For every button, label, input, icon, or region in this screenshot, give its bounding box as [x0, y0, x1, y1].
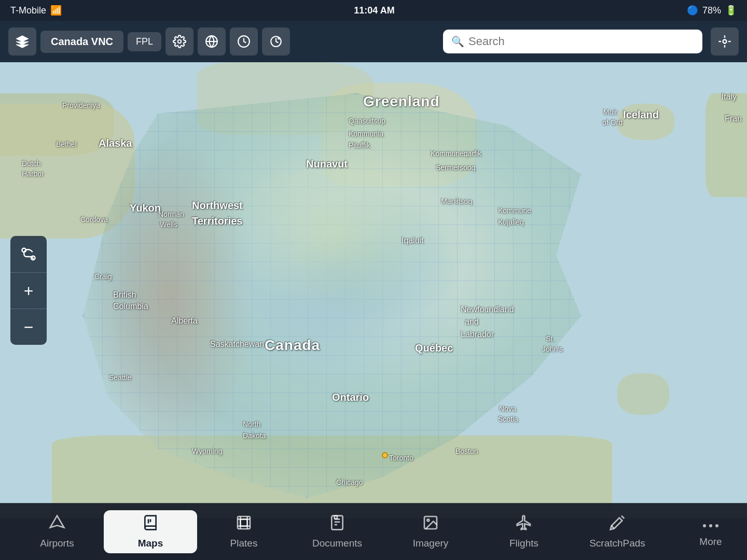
- battery-label: 78%: [702, 5, 721, 16]
- land-newfoundland: [617, 373, 669, 415]
- status-bar: T-Mobile 📶 11:04 AM 🔵 78% 🔋: [0, 0, 747, 21]
- search-input[interactable]: [468, 35, 694, 48]
- status-right: 🔵 78% 🔋: [687, 5, 737, 16]
- nav-scratchpads[interactable]: ScratchPads: [571, 510, 664, 553]
- status-time: 11:04 AM: [354, 5, 394, 16]
- nav-flights[interactable]: Flights: [477, 510, 571, 553]
- documents-icon: [329, 514, 345, 535]
- svg-rect-15: [238, 516, 250, 529]
- clock-button[interactable]: [230, 27, 258, 55]
- toronto-dot: [382, 452, 388, 458]
- svg-point-0: [178, 40, 182, 44]
- fpl-button[interactable]: FPL: [128, 32, 161, 51]
- scratchpads-label: ScratchPads: [589, 538, 645, 549]
- fpl-label: FPL: [136, 36, 153, 47]
- plates-label: Plates: [230, 538, 258, 549]
- zoom-out-button[interactable]: −: [10, 309, 47, 345]
- settings-button[interactable]: [165, 27, 193, 55]
- svg-point-5: [723, 40, 727, 44]
- land-europe: [706, 93, 747, 197]
- route-button[interactable]: [10, 236, 47, 272]
- svg-point-31: [709, 524, 712, 527]
- nav-plates[interactable]: Plates: [197, 510, 290, 553]
- maps-label: Maps: [138, 538, 163, 549]
- svg-point-30: [703, 524, 706, 527]
- flights-icon: [516, 514, 532, 535]
- nav-imagery[interactable]: Imagery: [384, 510, 477, 553]
- nav-airports[interactable]: Airports: [10, 510, 104, 553]
- bottom-nav: Airports Maps Plates: [0, 503, 747, 560]
- globe-button[interactable]: [198, 27, 226, 55]
- bluetooth-icon: 🔵: [687, 5, 698, 16]
- land-iceland: [617, 104, 674, 140]
- map-title-label: Canada VNC: [51, 36, 113, 48]
- svg-rect-16: [240, 519, 247, 526]
- svg-marker-12: [50, 516, 64, 528]
- carrier-label: T-Mobile: [10, 5, 46, 16]
- svg-line-29: [612, 526, 614, 528]
- documents-label: Documents: [312, 538, 362, 549]
- plates-icon: [236, 514, 252, 535]
- layers-button[interactable]: [8, 27, 36, 55]
- maps-icon: [142, 514, 159, 535]
- map-area[interactable]: Greenland Iceland Provideniya Alaska Nun…: [0, 62, 747, 519]
- svg-point-27: [427, 519, 429, 521]
- airports-icon: [49, 514, 65, 535]
- search-icon: 🔍: [451, 35, 464, 48]
- airports-label: Airports: [40, 538, 74, 549]
- nav-maps[interactable]: Maps: [104, 510, 197, 553]
- wifi-icon: 📶: [50, 5, 62, 16]
- left-controls: + −: [10, 236, 47, 345]
- scratchpads-icon: [609, 514, 626, 535]
- zoom-in-button[interactable]: +: [10, 272, 47, 309]
- target-button[interactable]: [711, 27, 739, 55]
- status-left: T-Mobile 📶: [10, 5, 62, 16]
- map-title-button[interactable]: Canada VNC: [40, 31, 123, 53]
- flights-label: Flights: [509, 538, 538, 549]
- battery-icon: 🔋: [725, 5, 737, 16]
- star-clock-button[interactable]: [262, 27, 290, 55]
- svg-point-32: [715, 524, 718, 527]
- imagery-label: Imagery: [413, 538, 449, 549]
- more-icon: [702, 516, 719, 533]
- more-label: More: [699, 536, 722, 548]
- svg-rect-25: [335, 516, 337, 519]
- search-container: 🔍: [443, 30, 702, 53]
- toolbar: Canada VNC FPL 🔍: [0, 21, 747, 62]
- nav-more[interactable]: More: [664, 512, 747, 552]
- imagery-icon: [422, 514, 439, 535]
- terrain-yellow: [232, 155, 431, 316]
- nav-documents[interactable]: Documents: [290, 510, 384, 553]
- svg-line-28: [621, 516, 624, 519]
